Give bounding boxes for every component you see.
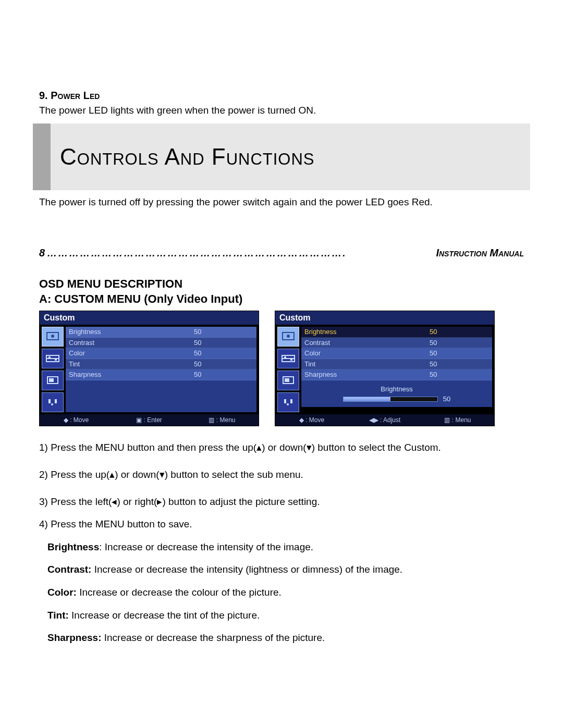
row-value: 50 xyxy=(194,349,256,358)
svg-rect-12 xyxy=(284,356,286,358)
osd-heading-line1: OSD MENU DESCRIPTION xyxy=(39,277,524,292)
svg-point-1 xyxy=(51,335,54,338)
osd-params-grid: Brightness50 Contrast50 Color50 Tint50 S… xyxy=(301,327,492,412)
banner-stripe xyxy=(33,124,51,190)
custom-tab-icon xyxy=(42,327,64,347)
row-label: Tint xyxy=(66,360,194,369)
banner-title: Controls And Functions xyxy=(60,124,315,190)
row-value: 50 xyxy=(430,370,492,379)
osd-title: Custom xyxy=(40,311,259,325)
step-4: 4) Press the MENU button to save. xyxy=(39,517,524,531)
def-sharpness: Sharpness: Increase or decrease the shar… xyxy=(47,631,524,645)
def-color: Color: Increase or decrease the colour o… xyxy=(47,586,524,599)
row-label: Color xyxy=(301,349,430,358)
svg-rect-4 xyxy=(48,356,51,358)
display-tab-icon xyxy=(42,371,64,390)
step-2: 2) Press the up(▴) or down(▾) button to … xyxy=(39,468,524,482)
osd-nav-icons xyxy=(277,327,299,412)
svg-rect-5 xyxy=(55,359,57,361)
adjust-value: 50 xyxy=(443,394,450,404)
instruction-manual-label: Instruction Manual xyxy=(436,246,524,260)
svg-rect-13 xyxy=(290,359,292,361)
step-3: 3) Press the left(◂) or right(▸) button … xyxy=(39,495,524,509)
osd-heading-line2: A: CUSTOM MENU (Only Video Input) xyxy=(39,292,524,307)
chapter-banner: Controls And Functions xyxy=(33,124,530,190)
setup-tab-icon xyxy=(277,392,299,412)
row-value: 50 xyxy=(430,349,492,358)
hint-menu: ▥ : Menu xyxy=(421,416,494,424)
page-footer-line: 8 ………………………………………………………………………. Instructi… xyxy=(39,246,524,260)
osd-title: Custom xyxy=(275,311,494,325)
adjust-slider-fill xyxy=(344,397,390,401)
row-value: 50 xyxy=(430,360,492,369)
row-value: 50 xyxy=(194,327,256,337)
page-number: 8 xyxy=(39,246,45,260)
display-tab-icon xyxy=(277,371,299,390)
svg-rect-15 xyxy=(285,378,289,382)
row-label: Brightness xyxy=(66,327,194,337)
osd-heading: OSD MENU DESCRIPTION A: CUSTOM MENU (Onl… xyxy=(39,277,524,306)
page-dots: ………………………………………………………………………. xyxy=(45,246,436,260)
adjust-slider xyxy=(343,397,438,402)
osd-screenshot-right: Custom Brightnes xyxy=(275,311,495,426)
picture-tab-icon xyxy=(42,349,64,368)
hint-move: ◆ : Move xyxy=(40,416,113,424)
def-tint: Tint: Increase or decrease the tint of t… xyxy=(47,609,524,622)
osd-adjust-panel: Brightness 50 xyxy=(301,380,492,407)
row-value: 50 xyxy=(194,360,256,369)
row-label: Sharpness xyxy=(301,370,430,379)
row-value: 50 xyxy=(430,338,492,348)
setup-tab-icon xyxy=(42,392,64,412)
row-label: Sharpness xyxy=(66,370,194,379)
hint-adjust: ◀▶ : Adjust xyxy=(348,416,421,424)
osd-params-grid: Brightness50 Contrast50 Color50 Tint50 S… xyxy=(66,327,256,412)
section-9-title: 9. Power Led xyxy=(39,89,524,103)
row-value: 50 xyxy=(194,338,256,348)
svg-rect-7 xyxy=(49,378,54,382)
def-contrast: Contrast: Increase or decrease the inten… xyxy=(47,563,524,576)
osd-screenshot-left: Custom Brightnes xyxy=(39,311,259,426)
picture-tab-icon xyxy=(277,349,299,368)
row-label: Contrast xyxy=(301,338,430,348)
row-label: Color xyxy=(66,349,194,358)
osd-footer: ◆ : Move ◀▶ : Adjust ▥ : Menu xyxy=(275,414,494,426)
section-9-para-1: The power LED lights with green when the… xyxy=(39,104,524,117)
hint-menu: ▥ : Menu xyxy=(186,416,259,424)
hint-enter: ▣ : Enter xyxy=(113,416,186,424)
hint-move: ◆ : Move xyxy=(275,416,348,424)
row-label: Brightness xyxy=(301,327,430,337)
row-value: 50 xyxy=(430,327,492,337)
row-label: Tint xyxy=(301,360,430,369)
row-value: 50 xyxy=(194,370,256,379)
section-9-para-2: The power is turned off by pressing the … xyxy=(39,195,524,209)
def-brightness: Brightness: Increase or decrease the int… xyxy=(47,540,524,554)
adjust-label: Brightness xyxy=(307,385,487,394)
osd-footer: ◆ : Move ▣ : Enter ▥ : Menu xyxy=(40,414,259,426)
step-1: 1) Press the MENU button and then press … xyxy=(39,441,524,454)
osd-nav-icons xyxy=(42,327,64,412)
custom-tab-icon xyxy=(277,327,299,347)
row-label: Contrast xyxy=(66,338,194,348)
svg-point-9 xyxy=(287,335,290,338)
